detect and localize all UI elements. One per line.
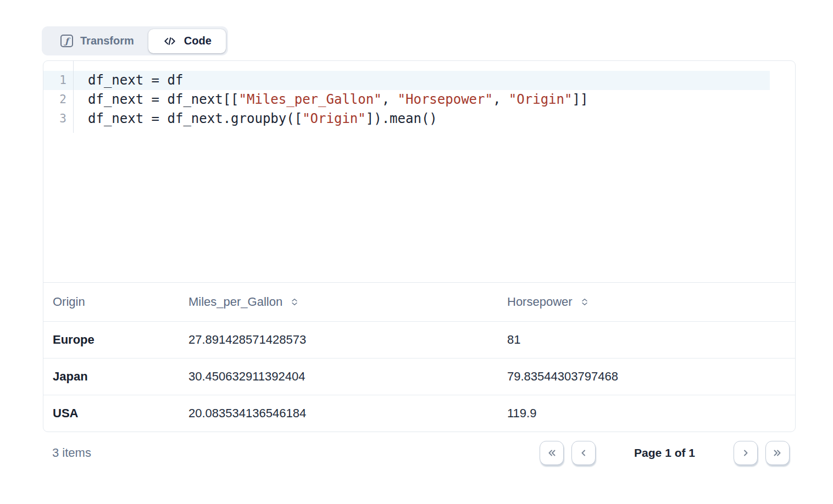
- sort-icon: [580, 298, 589, 306]
- sort-icon: [290, 298, 299, 306]
- code-text: df_next = df_next[[: [88, 92, 239, 107]
- column-header-hp: Horsepower: [498, 295, 795, 309]
- chevrons-right-icon: [772, 447, 783, 458]
- cell-mpg: 30.450632911392404: [179, 369, 498, 384]
- sort-button-hp[interactable]: Horsepower: [507, 295, 589, 309]
- code-text: ]).mean(): [366, 111, 437, 126]
- table-header-row: Origin Miles_per_Gallon Horsepower: [43, 283, 795, 321]
- items-count: 3 items: [52, 446, 91, 460]
- string-token: "Miles_per_Gallon": [239, 92, 382, 107]
- cell-hp: 79.83544303797468: [498, 369, 795, 384]
- code-icon: [163, 34, 177, 48]
- previous-page-button[interactable]: [571, 441, 596, 465]
- chevron-right-icon: [740, 447, 751, 458]
- table-row: Japan 30.450632911392404 79.835443037974…: [43, 358, 795, 395]
- page-indicator: Page 1 of 1: [634, 446, 695, 460]
- tab-transform[interactable]: ƒ Transform: [44, 29, 148, 53]
- pagination: Page 1 of 1: [540, 441, 790, 465]
- code-line-2[interactable]: df_next = df_next[["Miles_per_Gallon", "…: [74, 90, 795, 109]
- tab-code-label: Code: [184, 35, 212, 47]
- last-page-button[interactable]: [765, 441, 790, 465]
- code-text: ,: [493, 92, 509, 107]
- tab-code[interactable]: Code: [148, 29, 226, 53]
- code-text: df_next = df: [88, 72, 183, 88]
- string-token: "Origin": [509, 92, 573, 107]
- code-line-1[interactable]: df_next = df: [74, 71, 795, 90]
- cell-origin: USA: [43, 406, 179, 421]
- chevron-left-icon: [578, 447, 589, 458]
- cell-mpg: 27.891428571428573: [179, 333, 498, 347]
- cell-hp: 119.9: [498, 406, 795, 421]
- code-text: ]]: [572, 92, 588, 107]
- string-token: "Origin": [302, 111, 366, 126]
- column-header-mpg: Miles_per_Gallon: [179, 295, 498, 309]
- table-row: USA 20.083534136546184 119.9: [43, 395, 795, 432]
- code-line-3[interactable]: df_next = df_next.groupby(["Origin"]).me…: [74, 109, 795, 128]
- function-icon: ƒ: [60, 35, 73, 47]
- first-page-button[interactable]: [540, 441, 564, 465]
- column-header-label: Origin: [53, 295, 85, 309]
- line-number: 1: [43, 71, 73, 90]
- string-token: "Horsepower": [398, 92, 493, 107]
- cell-origin: Japan: [43, 369, 179, 384]
- cell-mpg: 20.083534136546184: [179, 406, 498, 421]
- code-editor[interactable]: 1 2 3 df_next = df df_next = df_next[["M…: [43, 61, 795, 283]
- column-header-label: Horsepower: [507, 295, 573, 309]
- table-row: Europe 27.891428571428573 81: [43, 321, 795, 358]
- column-header-origin: Origin: [43, 295, 179, 309]
- code-text: df_next = df_next.groupby([: [88, 111, 302, 126]
- line-number: 2: [43, 90, 73, 109]
- line-number-gutter: 1 2 3: [43, 61, 74, 133]
- table-footer: 3 items Page 1 of 1: [43, 438, 796, 468]
- sort-button-mpg[interactable]: Miles_per_Gallon: [188, 295, 299, 309]
- code-transform-card: 1 2 3 df_next = df df_next = df_next[["M…: [43, 60, 796, 432]
- code-text: ,: [382, 92, 398, 107]
- cell-origin: Europe: [43, 333, 179, 347]
- line-number: 3: [43, 109, 73, 128]
- cell-hp: 81: [498, 333, 795, 347]
- tab-transform-label: Transform: [80, 35, 134, 47]
- chevrons-left-icon: [546, 447, 557, 458]
- column-header-label: Miles_per_Gallon: [188, 295, 282, 309]
- next-page-button[interactable]: [734, 441, 758, 465]
- view-mode-tabs: ƒ Transform Code: [42, 26, 228, 55]
- code-content[interactable]: df_next = df df_next = df_next[["Miles_p…: [74, 61, 795, 133]
